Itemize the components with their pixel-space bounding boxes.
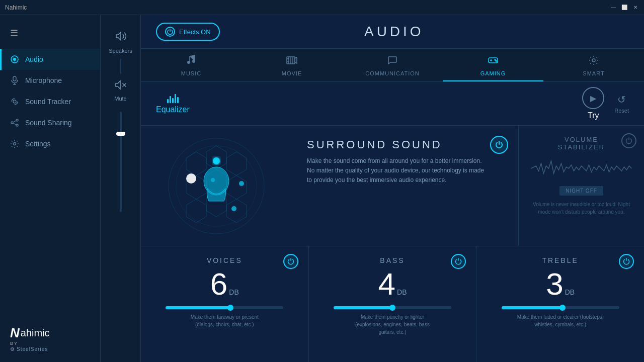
svg-point-6 [11,122,13,124]
voices-slider[interactable] [166,306,283,309]
volume-power-button[interactable] [621,133,636,148]
svg-point-24 [495,59,496,60]
voices-title: VOICES [207,256,243,264]
volume-stabilizer-panel: VOLUME STABILIZER NIGHT OFF Volume is ne… [518,126,644,246]
svg-marker-33 [186,152,206,175]
bass-unit: DB [397,288,407,296]
sidebar-item-settings[interactable]: Settings [0,133,100,154]
volume-description: Volume is never inaudible or too loud. N… [529,201,634,216]
svg-point-11 [14,143,16,145]
svg-marker-32 [226,152,247,175]
power-icon [165,27,175,37]
tab-gaming[interactable]: GAMING [443,49,543,81]
equalizer-label: Equalizer [156,105,190,114]
sphere-svg [161,131,272,241]
tab-movie[interactable]: MOVIE [242,49,342,81]
treble-title: TREBLE [542,256,578,264]
svg-point-8 [16,124,18,126]
treble-value-container: 3 DB [546,268,575,300]
smart-tab-icon [588,55,599,68]
bass-description: Make them punchy or lighter(explosions, … [355,313,430,336]
bass-slider-thumb[interactable] [389,305,395,311]
window-controls[interactable]: — ⬜ ✕ [610,4,639,11]
voices-slider-fill [166,306,230,309]
svg-point-38 [213,157,220,164]
eq-icon [167,93,179,103]
sidebar-item-sound-sharing[interactable]: Sound Sharing [0,112,100,133]
main-content: Effects ON AUDIO MUSIC [141,15,644,362]
sidebar-item-audio[interactable]: Audio [0,49,100,70]
voices-value: 6 [210,268,227,300]
svg-marker-34 [226,175,247,199]
treble-value: 3 [546,268,563,300]
surround-panel: SURROUND SOUND Make the sound come from … [141,126,644,246]
voices-panel: VOICES 6 DB Make t [141,246,309,362]
app-title: Nahimic [5,4,27,11]
surround-visual [141,126,292,246]
reset-label: Reset [614,108,629,114]
sidebar-item-microphone[interactable]: Microphone [0,70,100,91]
surround-power-button[interactable] [490,136,508,154]
svg-point-40 [239,181,244,186]
mute-slider-thumb[interactable] [116,132,125,136]
tab-music-label: MUSIC [181,70,201,76]
tab-gaming-label: GAMING [480,70,506,76]
svg-marker-36 [226,199,247,223]
svg-line-9 [13,121,16,122]
tab-smart[interactable]: SMART [543,49,644,81]
bottom-panels: VOICES 6 DB Make t [141,246,644,362]
sound-sharing-icon [10,118,19,127]
logo-name: ahimic [21,327,50,339]
voices-slider-thumb[interactable] [227,305,233,311]
music-tab-icon [186,55,197,68]
svg-line-10 [13,123,16,125]
svg-marker-37 [186,199,206,223]
title-bar-left: Nahimic [5,4,27,11]
speakers-icon [115,30,127,45]
bass-slider[interactable] [334,306,451,309]
sidebar-audio-label: Audio [25,55,43,63]
sidebar-sharing-label: Sound Sharing [25,119,72,127]
reset-button[interactable]: ↺ Reset [614,94,629,114]
svg-rect-2 [13,76,16,81]
close-button[interactable]: ✕ [632,4,639,11]
restore-button[interactable]: ⬜ [621,4,628,11]
settings-icon [10,139,19,148]
svg-point-1 [13,58,16,61]
bass-power-button[interactable] [451,254,466,269]
tab-movie-label: MOVIE [282,70,302,76]
title-bar: Nahimic — ⬜ ✕ [0,0,644,15]
effects-button[interactable]: Effects ON [156,23,220,41]
treble-slider[interactable] [502,306,619,309]
app-container: ☰ Audio Microphone [0,15,644,362]
surround-info: SURROUND SOUND Make the sound come from … [292,126,518,246]
logo-brand: ⚙ SteelSeries [10,346,90,352]
toolbar: Equalizer ▶ Try ↺ Reset [141,82,644,126]
bass-title: BASS [380,256,405,264]
night-off-button[interactable]: NIGHT OFF [559,186,603,196]
bass-value-container: 4 DB [378,268,407,300]
svg-point-5 [13,100,16,103]
main-header: Effects ON AUDIO [141,15,644,49]
hamburger-menu[interactable]: ☰ [0,25,100,49]
tab-music[interactable]: MUSIC [141,49,242,81]
communication-tab-icon [387,55,398,68]
sidebar-item-sound-tracker[interactable]: Sound Tracker [0,91,100,112]
tab-communication-label: COMMUNICATION [365,70,420,76]
treble-power-button[interactable] [619,254,634,269]
mute-icon [115,79,126,93]
svg-point-39 [186,173,196,184]
svg-point-25 [496,60,497,61]
tab-communication[interactable]: COMMUNICATION [342,49,443,81]
try-button[interactable]: ▶ Try [582,87,604,120]
equalizer-button[interactable]: Equalizer [156,93,190,114]
treble-slider-thumb[interactable] [559,305,566,311]
voices-unit: DB [229,288,238,296]
voices-power-button[interactable] [283,254,298,269]
speakers-label: Speakers [109,48,132,54]
svg-marker-15 [295,57,297,63]
try-label: Try [588,111,599,120]
mute-label: Mute [114,96,126,102]
minimize-button[interactable]: — [610,4,617,11]
waveform-svg [529,156,634,181]
